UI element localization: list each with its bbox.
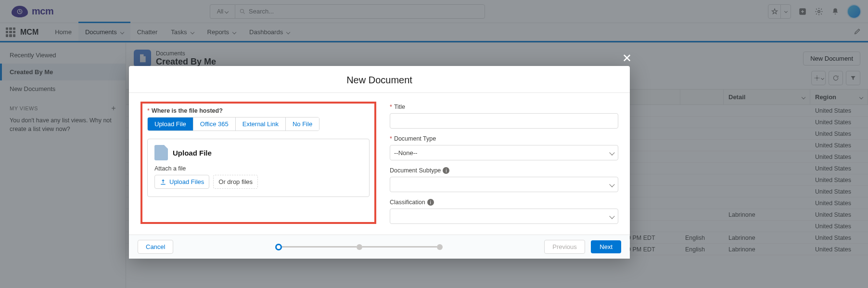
progress-stepper [173, 244, 544, 250]
file-hosted-label: *Where is the file hosted? [147, 107, 370, 114]
cancel-button[interactable]: Cancel [138, 240, 173, 254]
classification-select[interactable] [390, 209, 618, 224]
modal-footer: Cancel Previous Next [129, 235, 630, 259]
step-3-dot[interactable] [437, 244, 443, 250]
segment-no-file[interactable]: No File [286, 118, 319, 131]
segment-external-link[interactable]: External Link [236, 118, 286, 131]
title-input[interactable] [390, 113, 618, 129]
subtype-select[interactable] [390, 177, 618, 192]
attach-file-label: Attach a file [154, 165, 362, 172]
step-2-dot[interactable] [357, 244, 362, 250]
subtype-label: Document Subtypei [390, 167, 618, 174]
doctype-select[interactable]: --None-- [390, 145, 618, 160]
info-icon[interactable]: i [427, 199, 434, 206]
upload-files-label: Upload Files [169, 178, 204, 185]
chevron-down-icon [609, 182, 614, 187]
upload-icon [160, 179, 166, 185]
classification-label: Classificationi [390, 199, 618, 206]
host-segments: Upload File Office 365 External Link No … [147, 117, 319, 131]
doctype-label: *Document Type [390, 135, 618, 142]
file-host-section: *Where is the file hosted? Upload File O… [140, 102, 376, 224]
new-document-modal: ✕ New Document *Where is the file hosted… [129, 66, 630, 259]
step-line [362, 246, 437, 248]
close-icon[interactable]: ✕ [622, 52, 632, 65]
document-fields: *Title *Document Type --None-- Document … [390, 102, 618, 224]
segment-upload-file[interactable]: Upload File [148, 118, 193, 131]
previous-button[interactable]: Previous [544, 240, 585, 254]
step-line [282, 246, 357, 248]
doctype-value: --None-- [394, 149, 417, 157]
file-icon [154, 145, 168, 160]
segment-office-365[interactable]: Office 365 [193, 118, 236, 131]
upload-file-card: Upload File Attach a file Upload Files O… [147, 139, 370, 197]
chevron-down-icon [609, 150, 614, 155]
step-1-dot[interactable] [275, 244, 282, 250]
info-icon[interactable]: i [443, 167, 449, 174]
drop-files-zone[interactable]: Or drop files [213, 175, 258, 189]
next-button[interactable]: Next [591, 240, 621, 253]
modal-title: New Document [129, 66, 630, 93]
chevron-down-icon [609, 213, 614, 219]
upload-card-title: Upload File [173, 149, 212, 157]
upload-files-button[interactable]: Upload Files [154, 175, 209, 189]
title-label: *Title [390, 104, 618, 110]
